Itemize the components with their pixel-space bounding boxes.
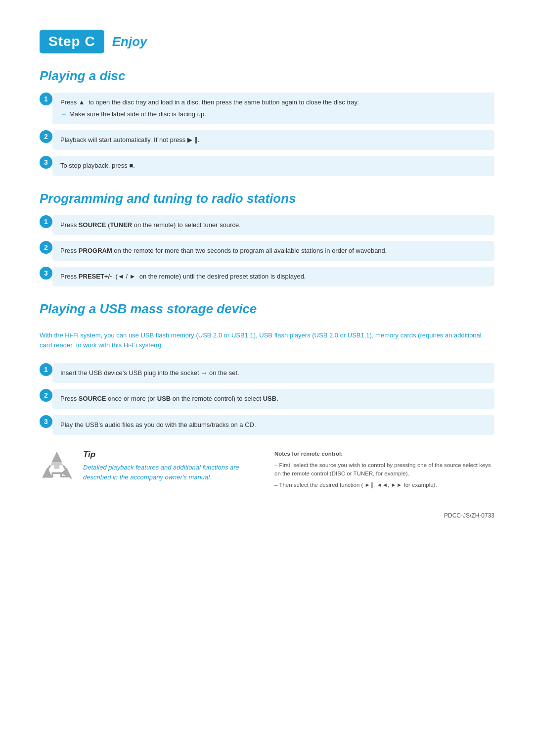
disc-step-num-3: 3 [40,156,52,169]
tip-text-block: Tip Detailed playback features and addit… [83,450,260,482]
radio-step-3-content: Press PRESET+/- (◄ / ► on the remote) un… [52,267,494,286]
playing-disc-section: Playing a disc 1 Press ▲ to open the dis… [40,68,494,176]
usb-step-3-content: Play the USB's audio files as you do wit… [52,415,494,435]
radio-step-num-1: 1 [40,215,52,228]
usb-section: Playing a USB mass storage device With t… [40,301,494,435]
playing-disc-title: Playing a disc [40,68,494,84]
svg-marker-1 [44,470,51,476]
usb-title: Playing a USB mass storage device [40,301,494,317]
usb-step-3: 3 Play the USB's audio files as you do w… [40,415,494,435]
radio-step-2-content: Press PROGRAM on the remote for more tha… [52,241,494,261]
radio-step-num-3: 3 [40,267,52,280]
radio-step-num-2: 2 [40,241,52,254]
radio-step-2: 2 Press PROGRAM on the remote for more t… [40,241,494,261]
programming-title: Programming and tuning to radio stations [40,191,494,206]
tip-content-wrap: Tip Detailed playback features and addit… [40,450,260,484]
step-box: Step C [40,30,104,53]
disc-step-1-sub: Make sure the label side of the disc is … [60,109,487,119]
radio-step-3: 3 Press PRESET+/- (◄ / ► on the remote) … [40,267,494,286]
footer: PDCC-JS/ZH-0733 [40,512,494,519]
usb-step-1-content: Insert the USB device's USB plug into th… [52,363,494,383]
radio-step-1: 1 Press SOURCE (TUNER on the remote) to … [40,215,494,235]
svg-marker-2 [63,470,70,476]
usb-step-2: 2 Press SOURCE once or more (or USB on t… [40,389,494,409]
disc-step-2: 2 Playback will start automatically. If … [40,130,494,150]
footer-code: PDCC-JS/ZH-0733 [444,512,494,519]
disc-step-1: 1 Press ▲ to open the disc tray and load… [40,93,494,124]
notes-line-1: – First, select the source you wish to c… [274,461,494,479]
recycle-icon [40,450,74,484]
svg-marker-0 [53,454,60,461]
usb-step-num-2: 2 [40,389,52,402]
usb-step-num-3: 3 [40,415,52,428]
disc-step-3: 3 To stop playback, press ■. [40,156,494,176]
tip-title: Tip [83,450,260,460]
tip-area: Tip Detailed playback features and addit… [40,450,494,492]
notes-line-2: – Then select the desired function ( ►‖,… [274,481,494,490]
notes-title: Notes for remote control: [274,450,494,459]
disc-step-3-content: To stop playback, press ■. [52,156,494,176]
disc-step-2-content: Playback will start automatically. If no… [52,130,494,150]
disc-step-num-2: 2 [40,130,52,143]
tip-left: Tip Detailed playback features and addit… [40,450,260,492]
tip-text: Detailed playback features and additiona… [83,463,260,482]
usb-step-2-content: Press SOURCE once or more (or USB on the… [52,389,494,409]
step-label: Step C [48,34,95,49]
usb-intro-text: With the Hi-Fi system, you can use USB f… [40,326,494,355]
step-enjoy-label: Enjoy [112,34,147,49]
disc-step-num-1: 1 [40,93,52,105]
step-header: Step C Enjoy [40,30,494,53]
usb-step-1: 1 Insert the USB device's USB plug into … [40,363,494,383]
usb-step-num-1: 1 [40,363,52,376]
tip-notes: Notes for remote control: – First, selec… [274,450,494,492]
radio-step-1-content: Press SOURCE (TUNER on the remote) to se… [52,215,494,235]
disc-step-1-content: Press ▲ to open the disc tray and load i… [52,93,494,124]
programming-section: Programming and tuning to radio stations… [40,191,494,286]
